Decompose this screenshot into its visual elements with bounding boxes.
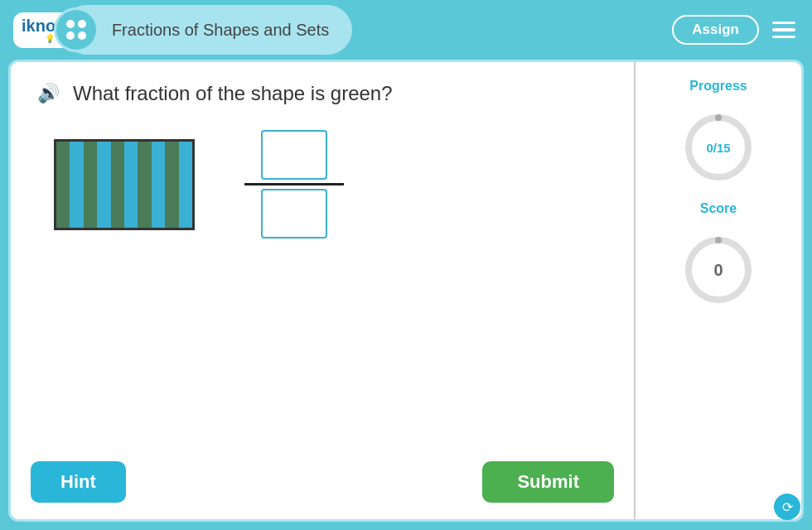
question-panel: 🔊 What fraction of the shape is green? bbox=[11, 62, 636, 519]
shape-column bbox=[165, 142, 178, 228]
shape-column bbox=[70, 142, 83, 228]
menu-icon bbox=[772, 28, 795, 31]
question-text: What fraction of the shape is green? bbox=[73, 82, 393, 105]
submit-button[interactable]: Submit bbox=[482, 461, 614, 503]
score-label: Score bbox=[700, 201, 737, 216]
film-icon bbox=[54, 7, 99, 52]
back-icon[interactable]: ⟳ bbox=[774, 494, 800, 520]
film-dot bbox=[66, 31, 75, 40]
score-value: 0 bbox=[713, 261, 723, 280]
bottom-bar: Hint Submit bbox=[31, 461, 614, 503]
shape-column bbox=[56, 142, 70, 228]
progress-panel: Progress 0/15 Score 0 bbox=[636, 62, 801, 519]
sound-icon[interactable]: 🔊 bbox=[37, 83, 60, 104]
film-dot bbox=[78, 31, 86, 40]
header-right: Assign bbox=[672, 15, 799, 45]
film-dots bbox=[66, 20, 86, 40]
numerator-input[interactable] bbox=[261, 130, 327, 180]
shape-column bbox=[179, 142, 192, 228]
progress-ring: 0/15 bbox=[681, 110, 756, 185]
fraction-shape bbox=[54, 139, 195, 230]
logo-bulb-icon: 💡 bbox=[45, 34, 55, 43]
menu-button[interactable] bbox=[769, 18, 799, 42]
score-ring: 0 bbox=[681, 233, 756, 307]
menu-icon bbox=[772, 22, 795, 25]
fraction-divider bbox=[244, 183, 344, 186]
question-header: 🔊 What fraction of the shape is green? bbox=[37, 82, 607, 105]
progress-value: 0/15 bbox=[706, 141, 730, 155]
fraction-input bbox=[244, 130, 344, 238]
header: iknowit 💡 Fractions of Shapes and Sets A… bbox=[0, 0, 812, 60]
shape-column bbox=[152, 142, 165, 228]
shape-column bbox=[84, 142, 97, 228]
denominator-input[interactable] bbox=[261, 189, 327, 238]
main-area: 🔊 What fraction of the shape is green? bbox=[8, 60, 804, 522]
page-title: Fractions of Shapes and Sets bbox=[112, 21, 329, 40]
shape-column bbox=[111, 142, 124, 228]
shape-column bbox=[124, 142, 138, 228]
question-content bbox=[37, 130, 607, 238]
progress-label: Progress bbox=[689, 79, 747, 94]
shape-column bbox=[138, 142, 151, 228]
assign-button[interactable]: Assign bbox=[672, 15, 759, 45]
hint-button[interactable]: Hint bbox=[31, 461, 126, 503]
film-dot bbox=[66, 20, 75, 28]
shape-column bbox=[97, 142, 110, 228]
film-dot bbox=[78, 20, 86, 28]
title-bubble: Fractions of Shapes and Sets bbox=[62, 5, 352, 55]
menu-icon bbox=[772, 36, 795, 39]
